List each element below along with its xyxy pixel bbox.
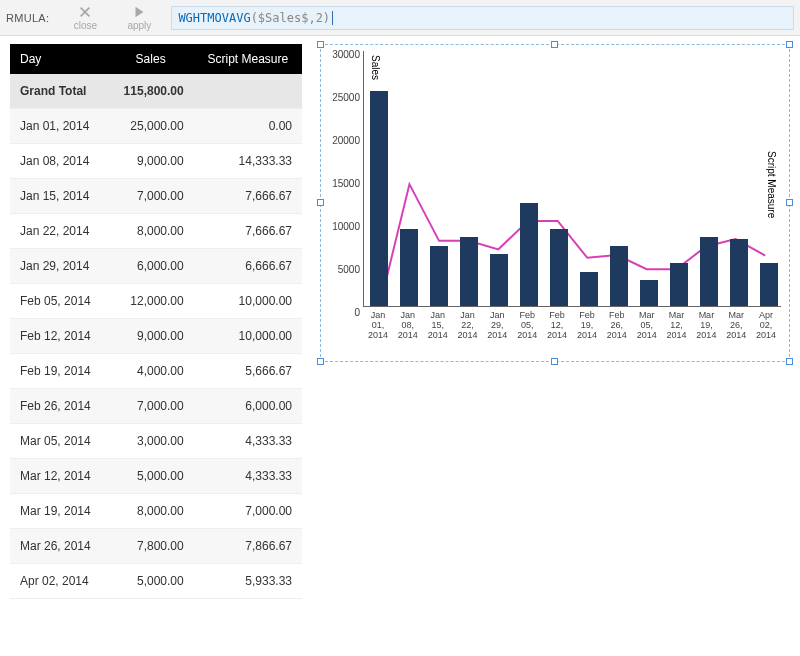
formula-args: ($Sales$,2) [251, 11, 330, 25]
cell-sales: 9,000.00 [108, 319, 194, 354]
x-tick-label: Mar05,2014 [632, 309, 662, 361]
cell-sm: 14,333.33 [194, 144, 302, 179]
col-script-measure[interactable]: Script Measure [194, 44, 302, 74]
bar [670, 263, 688, 306]
y-tick-label: 5000 [324, 264, 364, 275]
x-tick-label: Mar26,2014 [721, 309, 751, 361]
cell-day: Jan 08, 2014 [10, 144, 108, 179]
cell-day: Mar 12, 2014 [10, 459, 108, 494]
play-icon [132, 5, 146, 19]
table-row-grand[interactable]: Grand Total 115,800.00 [10, 74, 302, 109]
cell-sales: 4,000.00 [108, 354, 194, 389]
cell-day: Jan 22, 2014 [10, 214, 108, 249]
text-caret [332, 11, 333, 25]
cell-sm: 7,866.67 [194, 529, 302, 564]
bar [460, 237, 478, 306]
bar [520, 203, 538, 306]
cell-sales: 12,000.00 [108, 284, 194, 319]
cell-sm: 7,666.67 [194, 179, 302, 214]
cell-sm: 0.00 [194, 109, 302, 144]
bar [400, 229, 418, 306]
cell-sm: 7,666.67 [194, 214, 302, 249]
table-row[interactable]: Mar 19, 2014 8,000.00 7,000.00 [10, 494, 302, 529]
cell-sales: 7,800.00 [108, 529, 194, 564]
cell-sm: 10,000.00 [194, 284, 302, 319]
cell-day: Mar 19, 2014 [10, 494, 108, 529]
cell-sm: 10,000.00 [194, 319, 302, 354]
cell-sm: 6,666.67 [194, 249, 302, 284]
bar [640, 280, 658, 306]
close-button[interactable]: close [63, 5, 107, 31]
table-row[interactable]: Jan 29, 2014 6,000.00 6,666.67 [10, 249, 302, 284]
cell-day: Feb 26, 2014 [10, 389, 108, 424]
cell-sm: 7,000.00 [194, 494, 302, 529]
cell-day: Grand Total [10, 74, 108, 109]
x-tick-label: Jan29,2014 [482, 309, 512, 361]
x-tick-label: Jan01,2014 [363, 309, 393, 361]
cell-day: Mar 05, 2014 [10, 424, 108, 459]
cell-sales: 7,000.00 [108, 179, 194, 214]
cell-day: Apr 02, 2014 [10, 564, 108, 599]
resize-handle[interactable] [317, 41, 324, 48]
chart-panel[interactable]: Sales Script Measure 0500010000150002000… [320, 44, 790, 362]
resize-handle[interactable] [551, 41, 558, 48]
table-row[interactable]: Mar 12, 2014 5,000.00 4,333.33 [10, 459, 302, 494]
table-row[interactable]: Feb 26, 2014 7,000.00 6,000.00 [10, 389, 302, 424]
cell-day: Jan 15, 2014 [10, 179, 108, 214]
y-tick-label: 30000 [324, 49, 364, 60]
cell-sales: 5,000.00 [108, 459, 194, 494]
formula-input[interactable]: WGHTMOVAVG($Sales$,2) [171, 6, 794, 30]
table-row[interactable]: Jan 22, 2014 8,000.00 7,666.67 [10, 214, 302, 249]
table-row[interactable]: Feb 19, 2014 4,000.00 5,666.67 [10, 354, 302, 389]
bar [550, 229, 568, 306]
resize-handle[interactable] [786, 41, 793, 48]
bar [730, 239, 748, 306]
cell-sm [194, 74, 302, 109]
data-table: Day Sales Script Measure Grand Total 115… [10, 44, 302, 599]
x-tick-label: Feb12,2014 [542, 309, 572, 361]
x-tick-label: Apr02,2014 [751, 309, 781, 361]
cell-sales: 8,000.00 [108, 494, 194, 529]
x-tick-label: Feb05,2014 [512, 309, 542, 361]
cell-sales: 5,000.00 [108, 564, 194, 599]
table-row[interactable]: Feb 05, 2014 12,000.00 10,000.00 [10, 284, 302, 319]
cell-day: Feb 05, 2014 [10, 284, 108, 319]
table-row[interactable]: Jan 08, 2014 9,000.00 14,333.33 [10, 144, 302, 179]
cell-sales: 6,000.00 [108, 249, 194, 284]
cell-sm: 4,333.33 [194, 424, 302, 459]
table-row[interactable]: Mar 05, 2014 3,000.00 4,333.33 [10, 424, 302, 459]
x-tick-label: Feb26,2014 [602, 309, 632, 361]
close-icon [78, 5, 92, 19]
cell-sm: 4,333.33 [194, 459, 302, 494]
cell-sales: 25,000.00 [108, 109, 194, 144]
bar [760, 263, 778, 306]
cell-sm: 5,933.33 [194, 564, 302, 599]
formula-function: WGHTMOVAVG [178, 11, 250, 25]
cell-day: Feb 12, 2014 [10, 319, 108, 354]
table-row[interactable]: Mar 26, 2014 7,800.00 7,866.67 [10, 529, 302, 564]
cell-day: Mar 26, 2014 [10, 529, 108, 564]
cell-sm: 5,666.67 [194, 354, 302, 389]
table-row[interactable]: Jan 15, 2014 7,000.00 7,666.67 [10, 179, 302, 214]
bar [370, 91, 388, 306]
table-row[interactable]: Apr 02, 2014 5,000.00 5,933.33 [10, 564, 302, 599]
y-tick-label: 0 [324, 307, 364, 318]
bar [610, 246, 628, 306]
x-tick-label: Jan08,2014 [393, 309, 423, 361]
table-row[interactable]: Jan 01, 2014 25,000.00 0.00 [10, 109, 302, 144]
formula-label: RMULA: [6, 12, 49, 24]
x-tick-label: Mar12,2014 [662, 309, 692, 361]
x-tick-label: Jan22,2014 [453, 309, 483, 361]
col-day[interactable]: Day [10, 44, 108, 74]
apply-button[interactable]: apply [117, 5, 161, 31]
col-sales[interactable]: Sales [108, 44, 194, 74]
formula-toolbar: RMULA: close apply WGHTMOVAVG($Sales$,2) [0, 0, 800, 36]
x-tick-label: Jan15,2014 [423, 309, 453, 361]
table-row[interactable]: Feb 12, 2014 9,000.00 10,000.00 [10, 319, 302, 354]
bar [430, 246, 448, 306]
cell-sales: 3,000.00 [108, 424, 194, 459]
y-tick-label: 20000 [324, 135, 364, 146]
line-series [364, 51, 781, 306]
x-tick-label: Feb19,2014 [572, 309, 602, 361]
x-tick-label: Mar19,2014 [691, 309, 721, 361]
